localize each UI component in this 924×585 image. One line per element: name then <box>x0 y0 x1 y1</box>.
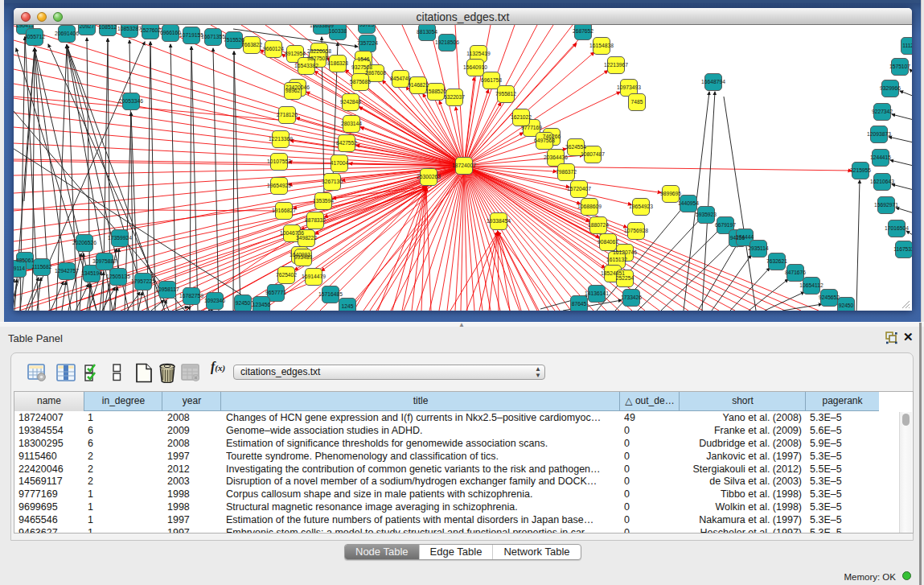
svg-text:190411: 190411 <box>16 25 34 28</box>
svg-text:8912954: 8912954 <box>285 51 306 56</box>
svg-text:10688609: 10688609 <box>577 204 602 209</box>
svg-text:9827503: 9827503 <box>307 56 328 61</box>
svg-text:19218506: 19218506 <box>435 39 459 45</box>
svg-text:15716485: 15716485 <box>318 291 343 297</box>
svg-text:9227342: 9227342 <box>872 109 893 114</box>
svg-text:10853287: 10853287 <box>117 26 142 31</box>
svg-text:7632621: 7632621 <box>766 258 787 264</box>
svg-text:16671355: 16671355 <box>201 34 225 39</box>
svg-text:1588520: 1588520 <box>425 89 446 94</box>
svg-text:1733426: 1733426 <box>621 295 642 300</box>
svg-text:3498222: 3498222 <box>296 235 317 241</box>
svg-text:16154838: 16154838 <box>589 43 614 48</box>
svg-text:17359924: 17359924 <box>108 235 132 241</box>
svg-text:15640910: 15640910 <box>463 64 487 70</box>
svg-text:10756928: 10756928 <box>624 228 648 233</box>
svg-text:17957225: 17957225 <box>131 278 155 284</box>
svg-text:1353594: 1353594 <box>313 198 334 204</box>
svg-text:8471676: 8471676 <box>785 270 806 275</box>
svg-text:160338: 160338 <box>329 28 347 34</box>
svg-text:2718126: 2718126 <box>277 112 298 117</box>
svg-text:20206526: 20206526 <box>72 240 97 245</box>
svg-text:19166827: 19166827 <box>272 208 296 213</box>
svg-text:7986372: 7986372 <box>556 169 577 175</box>
svg-text:2867608: 2867608 <box>365 70 386 76</box>
svg-text:993489: 993489 <box>294 254 313 260</box>
svg-text:12093873: 12093873 <box>867 131 891 137</box>
svg-text:10807487: 10807487 <box>581 151 605 157</box>
svg-text:174444: 174444 <box>736 234 754 240</box>
svg-text:39114: 39114 <box>14 266 25 271</box>
svg-text:10107553: 10107553 <box>267 159 291 164</box>
svg-text:1345194: 1345194 <box>81 270 102 276</box>
svg-text:5935923: 5935923 <box>696 212 717 217</box>
svg-text:12942757: 12942757 <box>55 268 79 274</box>
svg-text:1167533: 1167533 <box>893 246 912 252</box>
svg-text:417004: 417004 <box>331 160 349 166</box>
svg-text:7485: 7485 <box>631 99 643 105</box>
svg-text:16782759: 16782759 <box>179 293 203 299</box>
svg-text:8427552: 8427552 <box>336 140 357 146</box>
svg-text:19654923: 19654923 <box>629 204 653 209</box>
svg-text:2935114: 2935114 <box>748 245 769 251</box>
svg-text:8878332: 8878332 <box>305 217 326 223</box>
svg-text:6966160: 6966160 <box>160 30 181 35</box>
svg-text:12213369: 12213369 <box>269 136 293 142</box>
svg-text:9329966: 9329966 <box>880 85 901 91</box>
svg-text:19654925: 19654925 <box>267 183 291 188</box>
svg-text:1546: 1546 <box>358 56 370 62</box>
svg-text:1880724: 1880724 <box>588 222 609 228</box>
svg-text:12213967: 12213967 <box>604 62 628 68</box>
svg-text:9242848: 9242848 <box>340 99 361 105</box>
svg-text:23226058: 23226058 <box>307 48 331 54</box>
svg-text:3215955: 3215955 <box>850 167 871 173</box>
svg-text:108512: 108512 <box>99 25 117 30</box>
svg-text:19338454: 19338454 <box>487 218 511 224</box>
svg-text:252254: 252254 <box>616 275 634 281</box>
svg-text:2803144: 2803144 <box>341 121 362 126</box>
svg-text:1621022: 1621022 <box>511 114 532 120</box>
svg-text:92450: 92450 <box>839 303 854 308</box>
svg-text:25300263: 25300263 <box>417 174 441 179</box>
svg-text:16914479: 16914479 <box>302 274 326 279</box>
svg-text:11122: 11122 <box>902 43 912 48</box>
svg-text:485061: 485061 <box>16 257 35 263</box>
svg-text:17016504: 17016504 <box>885 225 909 231</box>
svg-text:7663822: 7663822 <box>241 42 262 47</box>
svg-text:3624554: 3624554 <box>565 144 586 150</box>
svg-text:8186328: 8186328 <box>327 60 348 66</box>
svg-text:15720407: 15720407 <box>567 186 591 192</box>
svg-text:7625402: 7625402 <box>276 272 297 278</box>
svg-text:30975887: 30975887 <box>92 258 117 264</box>
svg-text:18724007: 18724007 <box>452 163 476 168</box>
svg-text:9899695: 9899695 <box>660 191 681 196</box>
svg-text:9084067: 9084067 <box>598 239 618 245</box>
svg-text:12505135: 12505135 <box>106 274 130 279</box>
svg-text:6679197: 6679197 <box>715 222 736 228</box>
svg-text:1615132: 1615132 <box>606 257 627 262</box>
svg-text:8813054: 8813054 <box>417 29 437 35</box>
svg-text:92450: 92450 <box>236 300 251 306</box>
svg-text:95723: 95723 <box>359 25 375 27</box>
svg-text:14136141: 14136141 <box>585 290 609 296</box>
svg-text:9245652: 9245652 <box>819 295 840 300</box>
svg-text:20364436: 20364436 <box>544 154 568 160</box>
svg-text:20927: 20927 <box>80 25 95 29</box>
svg-text:16648794: 16648794 <box>701 79 725 84</box>
svg-text:9657771: 9657771 <box>265 290 286 295</box>
svg-text:20691406: 20691406 <box>55 31 79 36</box>
svg-text:10958117: 10958117 <box>155 286 179 292</box>
svg-text:20053346: 20053346 <box>119 98 143 104</box>
svg-text:9777169: 9777169 <box>521 125 542 130</box>
svg-text:1527602: 1527602 <box>140 27 161 33</box>
svg-text:16543382: 16543382 <box>294 63 318 68</box>
svg-text:98962: 98962 <box>285 88 301 93</box>
svg-text:6322037: 6322037 <box>444 94 465 100</box>
svg-text:2687652: 2687652 <box>573 28 593 34</box>
svg-text:9660124: 9660124 <box>263 46 284 51</box>
svg-text:7357224: 7357224 <box>357 40 378 46</box>
svg-text:8454749: 8454749 <box>390 76 411 81</box>
svg-text:1440954: 1440954 <box>678 200 699 206</box>
svg-text:1244415: 1244415 <box>870 154 891 160</box>
svg-text:7955812: 7955812 <box>495 91 516 97</box>
